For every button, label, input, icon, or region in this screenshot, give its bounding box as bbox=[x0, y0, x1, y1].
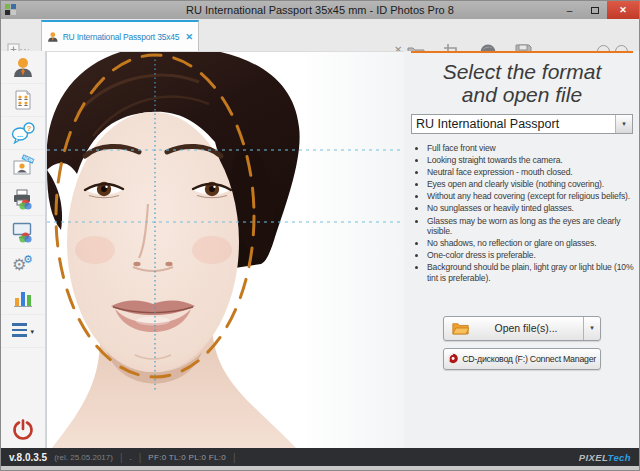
cd-drive-label: CD-дисковод (F:) Connect Manager bbox=[462, 354, 596, 364]
new-photo-icon: NEW bbox=[11, 154, 35, 178]
print-sheet-icon bbox=[12, 89, 34, 111]
separator: | bbox=[120, 452, 123, 463]
open-folder-icon bbox=[452, 321, 469, 335]
cd-disc-icon bbox=[448, 352, 458, 365]
format-dropdown[interactable]: RU International Passport ▾ bbox=[411, 114, 633, 134]
requirement-item: Full face front view bbox=[427, 143, 634, 154]
separator: | bbox=[233, 452, 236, 463]
license-counters: PF:0 TL:0 PL:0 FL:0 bbox=[148, 453, 226, 462]
requirements-list: Full face front viewLooking straight tow… bbox=[410, 143, 634, 284]
window-controls: – ✕ bbox=[557, 1, 639, 19]
status-dot: . bbox=[130, 453, 132, 462]
svg-text:?: ? bbox=[27, 124, 32, 133]
statistics-icon bbox=[12, 287, 34, 309]
chevron-down-icon[interactable]: ▾ bbox=[615, 115, 632, 133]
requirement-item: Glasses may be worn as long as the eyes … bbox=[427, 216, 634, 237]
pixeltech-logo: PIXELTech bbox=[579, 452, 631, 463]
minimize-button[interactable]: – bbox=[557, 1, 582, 19]
requirement-item: No shadows, no reflection or glare on gl… bbox=[427, 238, 634, 249]
display-settings-icon bbox=[11, 220, 35, 244]
format-panel: Select the format and open file RU Inter… bbox=[404, 51, 640, 450]
tab-label: RU International Passport 35x45 mm bbox=[63, 32, 182, 42]
sidebar-item-statistics[interactable] bbox=[1, 282, 45, 315]
sidebar-item-power[interactable] bbox=[1, 418, 45, 442]
requirement-item: One-color dress is preferable. bbox=[427, 250, 634, 261]
tab-close-icon[interactable]: ✕ bbox=[185, 32, 193, 42]
open-files-dropdown-arrow[interactable]: ▾ bbox=[583, 317, 600, 340]
requirement-item: Without any head covering (except for re… bbox=[427, 191, 634, 202]
bottom-strip bbox=[1, 466, 639, 470]
app-icon bbox=[5, 4, 17, 16]
settings-gears-icon: ⚙ ⚙ bbox=[12, 254, 34, 276]
sidebar-item-menu[interactable]: ▾ bbox=[1, 315, 45, 348]
face-oval-guide bbox=[56, 55, 254, 377]
release-date: (rel. 25.05.2017) bbox=[54, 453, 113, 462]
app-window: RU International Passport 35x45 mm - ID … bbox=[0, 0, 640, 471]
heading-line-1: Select the format bbox=[410, 60, 634, 83]
separator: | bbox=[139, 452, 142, 463]
tab-ru-international-passport[interactable]: RU International Passport 35x45 mm ✕ bbox=[41, 20, 199, 51]
power-icon bbox=[11, 418, 35, 442]
sidebar-item-print-settings[interactable] bbox=[1, 183, 45, 216]
sidebar: ... ? NEW bbox=[1, 51, 46, 450]
support-chat-icon: ... ? bbox=[11, 122, 35, 144]
panel-heading: Select the format and open file bbox=[410, 60, 634, 106]
requirement-item: Neutral face expression - mouth closed. bbox=[427, 167, 634, 178]
sidebar-item-display-settings[interactable] bbox=[1, 216, 45, 249]
requirement-item: No sunglasses or heavily tinted glasses. bbox=[427, 203, 634, 214]
person-icon bbox=[47, 30, 59, 43]
heading-line-2: and open file bbox=[410, 83, 634, 106]
cd-drive-button[interactable]: CD-дисковод (F:) Connect Manager bbox=[443, 348, 601, 370]
maximize-icon bbox=[591, 7, 599, 14]
window-title: RU International Passport 35x45 mm - ID … bbox=[1, 4, 639, 16]
app-version: v.8.0.3.5 bbox=[9, 452, 47, 463]
sidebar-item-settings[interactable]: ⚙ ⚙ bbox=[1, 249, 45, 282]
close-button[interactable]: ✕ bbox=[607, 1, 639, 19]
accent-line bbox=[411, 51, 633, 53]
maximize-button[interactable] bbox=[582, 1, 607, 19]
crop-guides-overlay bbox=[47, 52, 405, 449]
sidebar-item-support[interactable]: ... ? bbox=[1, 117, 45, 150]
status-bar: v.8.0.3.5 (rel. 25.05.2017) | . | PF:0 T… bbox=[1, 448, 639, 466]
requirement-item: Eyes open and clearly visible (nothing c… bbox=[427, 179, 634, 190]
sidebar-item-print-sheet[interactable] bbox=[1, 84, 45, 117]
sidebar-item-id-photo[interactable] bbox=[1, 51, 45, 84]
photo-preview[interactable] bbox=[46, 51, 404, 450]
menu-icon: ▾ bbox=[12, 323, 34, 339]
requirement-item: Looking straight towards the camera. bbox=[427, 155, 634, 166]
open-files-label: Open file(s)... bbox=[469, 322, 583, 334]
svg-text:...: ... bbox=[17, 131, 23, 138]
requirement-item: Background should be plain, light gray o… bbox=[427, 262, 634, 283]
print-settings-icon bbox=[11, 187, 35, 211]
tab-bar: RU International Passport 35x45 mm ✕ ✕ ←… bbox=[1, 19, 639, 51]
sidebar-item-new-photo[interactable]: NEW bbox=[1, 150, 45, 183]
title-bar: RU International Passport 35x45 mm - ID … bbox=[1, 1, 639, 19]
format-dropdown-value: RU International Passport bbox=[412, 117, 559, 131]
id-photo-icon bbox=[12, 56, 34, 78]
open-files-button[interactable]: Open file(s)... ▾ bbox=[443, 316, 601, 341]
